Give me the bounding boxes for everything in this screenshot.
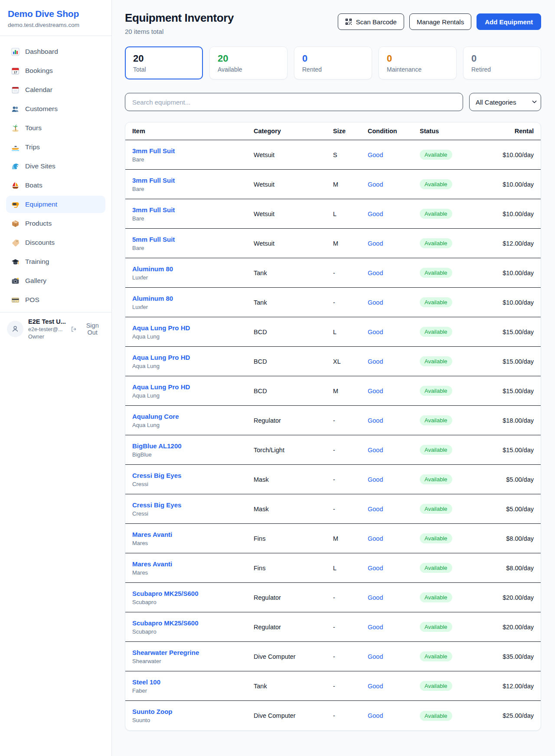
condition-link[interactable]: Good bbox=[368, 329, 383, 335]
status-badge: Available bbox=[420, 474, 452, 484]
item-name-link[interactable]: Aluminum 80 bbox=[132, 295, 247, 302]
item-name-link[interactable]: Scubapro MK25/S600 bbox=[132, 619, 247, 627]
sidebar-item-pos[interactable]: POS bbox=[6, 291, 105, 309]
condition-link[interactable]: Good bbox=[368, 151, 383, 158]
sidebar-item-label: Dashboard bbox=[25, 48, 58, 56]
item-name-link[interactable]: Shearwater Peregrine bbox=[132, 649, 247, 656]
table-row: 3mm Full Suit Bare Wetsuit S Good Availa… bbox=[125, 140, 541, 170]
condition-link[interactable]: Good bbox=[368, 624, 383, 631]
sidebar-item-trips[interactable]: Trips bbox=[6, 138, 105, 156]
item-name-link[interactable]: Aqua Lung Pro HD bbox=[132, 354, 247, 361]
item-name-link[interactable]: Aqualung Core bbox=[132, 413, 247, 420]
status-badge: Available bbox=[420, 592, 452, 602]
item-name-link[interactable]: Scubapro MK25/S600 bbox=[132, 590, 247, 597]
condition-link[interactable]: Good bbox=[368, 653, 383, 660]
sidebar-item-dashboard[interactable]: Dashboard bbox=[6, 43, 105, 60]
cell-category: Wetsuit bbox=[247, 240, 326, 247]
user-meta: E2E Test U... e2e-tester@... Owner bbox=[28, 318, 65, 340]
item-brand: Aqua Lung bbox=[132, 333, 247, 340]
sign-out-icon bbox=[70, 325, 78, 333]
sidebar-item-bookings[interactable]: 17 Bookings bbox=[6, 62, 105, 79]
sidebar-item-products[interactable]: Products bbox=[6, 215, 105, 232]
condition-link[interactable]: Good bbox=[368, 210, 383, 217]
item-name-link[interactable]: 3mm Full Suit bbox=[132, 147, 247, 154]
condition-link[interactable]: Good bbox=[368, 535, 383, 542]
cell-size: S bbox=[326, 151, 361, 158]
condition-link[interactable]: Good bbox=[368, 476, 383, 483]
column-header-status: Status bbox=[413, 128, 491, 135]
cell-rental: $5.00/day bbox=[491, 476, 541, 483]
condition-link[interactable]: Good bbox=[368, 388, 383, 394]
cell-size: L bbox=[326, 565, 361, 572]
manage-rentals-button[interactable]: Manage Rentals bbox=[409, 13, 471, 30]
item-name-link[interactable]: BigBlue AL1200 bbox=[132, 442, 247, 450]
stat-card-available[interactable]: 20 Available bbox=[209, 46, 287, 79]
stat-card-retired[interactable]: 0 Retired bbox=[463, 46, 541, 79]
table-row: Steel 100 Faber Tank - Good Available $1… bbox=[125, 671, 541, 701]
item-name-link[interactable]: Aqua Lung Pro HD bbox=[132, 324, 247, 332]
status-badge: Available bbox=[420, 504, 452, 514]
item-name-link[interactable]: Cressi Big Eyes bbox=[132, 501, 247, 509]
condition-link[interactable]: Good bbox=[368, 565, 383, 572]
shop-name-link[interactable]: Demo Dive Shop bbox=[8, 9, 104, 19]
sidebar-item-boats[interactable]: Boats bbox=[6, 177, 105, 194]
condition-link[interactable]: Good bbox=[368, 506, 383, 513]
add-equipment-button[interactable]: Add Equipment bbox=[477, 13, 541, 30]
sidebar-item-equipment[interactable]: Equipment bbox=[6, 196, 105, 213]
scan-barcode-button[interactable]: Scan Barcode bbox=[338, 13, 404, 30]
item-name-link[interactable]: Cressi Big Eyes bbox=[132, 472, 247, 479]
sidebar-item-gallery[interactable]: Gallery bbox=[6, 272, 105, 289]
item-name-link[interactable]: Mares Avanti bbox=[132, 560, 247, 568]
bookings-calendar-icon: 17 bbox=[11, 67, 20, 75]
cell-rental: $15.00/day bbox=[491, 447, 541, 454]
item-name-link[interactable]: 3mm Full Suit bbox=[132, 206, 247, 214]
stat-card-maintenance[interactable]: 0 Maintenance bbox=[379, 46, 457, 79]
stats-row: 20 Total 20 Available 0 Rented 0 Mainten… bbox=[125, 46, 541, 79]
condition-link[interactable]: Good bbox=[368, 417, 383, 424]
item-brand: Bare bbox=[132, 245, 247, 251]
cell-size: M bbox=[326, 535, 361, 542]
item-name-link[interactable]: Mares Avanti bbox=[132, 531, 247, 538]
condition-link[interactable]: Good bbox=[368, 270, 383, 276]
cell-rental: $25.00/day bbox=[491, 712, 541, 719]
cell-category: Wetsuit bbox=[247, 210, 326, 217]
graduation-cap-icon bbox=[11, 258, 20, 266]
cell-category: Mask bbox=[247, 506, 326, 513]
sidebar-item-calendar[interactable]: Calendar bbox=[6, 81, 105, 99]
dive-mask-icon bbox=[11, 201, 20, 209]
item-brand: Luxfer bbox=[132, 274, 247, 281]
condition-link[interactable]: Good bbox=[368, 299, 383, 306]
item-name-link[interactable]: Aqua Lung Pro HD bbox=[132, 383, 247, 391]
sidebar-item-training[interactable]: Training bbox=[6, 253, 105, 270]
category-select[interactable]: All Categories bbox=[469, 93, 541, 111]
sidebar-item-tours[interactable]: Tours bbox=[6, 119, 105, 137]
sidebar-item-customers[interactable]: Customers bbox=[6, 100, 105, 118]
item-name-link[interactable]: 3mm Full Suit bbox=[132, 177, 247, 184]
item-name-link[interactable]: Aluminum 80 bbox=[132, 265, 247, 273]
condition-link[interactable]: Good bbox=[368, 683, 383, 690]
condition-link[interactable]: Good bbox=[368, 447, 383, 454]
sidebar-item-discounts[interactable]: Discounts bbox=[6, 234, 105, 251]
item-name-link[interactable]: Suunto Zoop bbox=[132, 708, 247, 715]
item-name-link[interactable]: Steel 100 bbox=[132, 678, 247, 686]
sidebar-item-dive-sites[interactable]: Dive Sites bbox=[6, 158, 105, 175]
item-name-link[interactable]: 5mm Full Suit bbox=[132, 236, 247, 243]
table-row: Mares Avanti Mares Fins L Good Available… bbox=[125, 553, 541, 583]
search-input[interactable] bbox=[125, 93, 463, 111]
stat-value: 20 bbox=[218, 53, 279, 64]
status-badge: Available bbox=[420, 622, 452, 632]
condition-link[interactable]: Good bbox=[368, 240, 383, 247]
condition-link[interactable]: Good bbox=[368, 358, 383, 365]
stat-card-total[interactable]: 20 Total bbox=[125, 46, 203, 79]
sign-out-button[interactable]: Sign Out bbox=[70, 322, 104, 336]
sidebar-item-label: Boats bbox=[25, 181, 42, 189]
sailboat-icon bbox=[11, 181, 20, 190]
item-brand: Cressi bbox=[132, 510, 247, 517]
cell-category: Torch/Light bbox=[247, 447, 326, 454]
header-actions: Scan Barcode Manage Rentals Add Equipmen… bbox=[338, 11, 541, 30]
condition-link[interactable]: Good bbox=[368, 594, 383, 601]
condition-link[interactable]: Good bbox=[368, 712, 383, 719]
condition-link[interactable]: Good bbox=[368, 181, 383, 188]
stat-card-rented[interactable]: 0 Rented bbox=[294, 46, 372, 79]
status-badge: Available bbox=[420, 533, 452, 543]
